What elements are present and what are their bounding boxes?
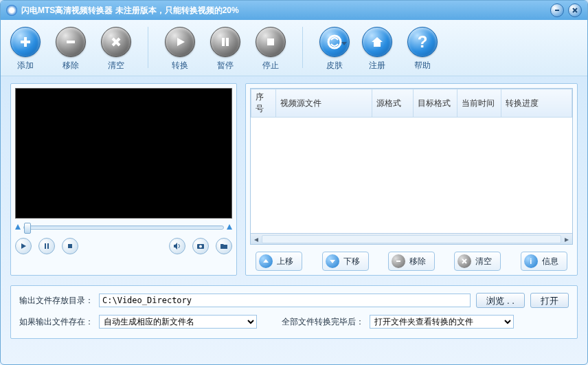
list-clear-button[interactable]: 清空 [454, 252, 501, 271]
home-icon [370, 34, 385, 49]
range-end-marker[interactable] [227, 224, 232, 231]
pause-icon [218, 34, 233, 49]
skin-button[interactable]: 皮肤 [319, 27, 350, 71]
list-remove-button[interactable]: 移除 [388, 252, 435, 271]
add-button[interactable]: 添加 [10, 27, 41, 71]
svg-rect-16 [47, 243, 49, 249]
app-logo-icon [6, 5, 17, 16]
col-source[interactable]: 视频源文件 [276, 89, 372, 118]
remove-button[interactable]: 移除 [56, 27, 86, 71]
folder-icon [220, 243, 228, 250]
arrow-down-icon [326, 254, 339, 268]
table-body[interactable] [251, 118, 572, 233]
toolbar-separator [302, 27, 303, 68]
speaker-icon [173, 242, 181, 250]
x-icon [457, 254, 471, 268]
arrow-up-icon [259, 254, 273, 268]
snapshot-button[interactable] [192, 238, 209, 254]
after-all-label: 全部文件转换完毕后： [282, 316, 364, 328]
preview-pause-button[interactable] [38, 238, 55, 254]
svg-marker-21 [263, 259, 269, 263]
window-title: 闪电MTS高清视频转换器 未注册版本，只能转换视频的20% [21, 5, 550, 16]
col-index[interactable]: 序号 [251, 89, 276, 118]
seek-thumb[interactable] [24, 223, 31, 234]
output-dir-label: 输出文件存放目录： [19, 295, 93, 307]
svg-marker-8 [177, 38, 185, 46]
output-dir-input[interactable] [99, 294, 471, 307]
svg-point-20 [199, 245, 202, 248]
stop-icon [67, 243, 74, 250]
svg-rect-15 [45, 243, 46, 249]
pause-icon [43, 243, 50, 250]
file-list-panel: 序号 视频源文件 源格式 目标格式 当前时间 转换进度 ◂ ▸ 上移 [245, 83, 578, 276]
preview-panel [10, 83, 237, 276]
svg-rect-17 [68, 244, 72, 248]
info-icon: i [524, 254, 538, 268]
volume-button[interactable] [169, 238, 185, 254]
close-button[interactable] [568, 3, 582, 17]
folder-button[interactable] [216, 238, 232, 254]
preview-play-button[interactable] [15, 238, 32, 254]
convert-button[interactable]: 转换 [165, 27, 195, 71]
output-settings-panel: 输出文件存放目录： 浏览 . . 打开 如果输出文件存在： 自动生成相应的新文件… [10, 285, 578, 339]
scroll-left-icon[interactable]: ◂ [251, 234, 262, 244]
register-button[interactable]: 注册 [362, 27, 392, 71]
file-table[interactable]: 序号 视频源文件 源格式 目标格式 当前时间 转换进度 ◂ ▸ [250, 88, 573, 245]
svg-rect-9 [222, 38, 225, 46]
seek-slider[interactable] [23, 225, 224, 230]
svg-marker-18 [174, 243, 177, 250]
svg-marker-14 [21, 243, 26, 249]
play-icon [20, 243, 27, 250]
col-progress[interactable]: 转换进度 [501, 89, 572, 118]
minus-icon [63, 34, 78, 49]
range-start-marker[interactable] [15, 224, 21, 231]
minus-icon [392, 254, 405, 268]
horizontal-scrollbar[interactable]: ◂ ▸ [251, 233, 572, 244]
help-button[interactable]: ? 帮助 [407, 27, 438, 71]
titlebar: 闪电MTS高清视频转换器 未注册版本，只能转换视频的20% [1, 1, 587, 20]
info-button[interactable]: i 信息 [521, 252, 567, 271]
svg-rect-10 [226, 38, 229, 46]
if-exists-select[interactable]: 自动生成相应的新文件名 [99, 315, 257, 329]
browse-button[interactable]: 浏览 . . [476, 293, 525, 308]
plus-icon [18, 34, 33, 49]
scroll-right-icon[interactable]: ▸ [561, 234, 572, 244]
camera-icon [196, 243, 205, 250]
col-time[interactable]: 当前时间 [457, 89, 501, 118]
move-up-button[interactable]: 上移 [256, 252, 302, 271]
col-dstfmt[interactable]: 目标格式 [414, 89, 457, 118]
move-down-button[interactable]: 下移 [322, 252, 369, 271]
video-preview[interactable] [15, 88, 232, 219]
svg-rect-11 [267, 38, 274, 45]
skin-dropdown-icon[interactable] [341, 42, 347, 45]
main-toolbar: 添加 移除 清空 转换 暂停 停止 皮肤 [1, 20, 587, 76]
clear-button[interactable]: 清空 [101, 27, 131, 71]
toolbar-separator [148, 27, 148, 68]
stop-icon [263, 34, 278, 49]
col-srcfmt[interactable]: 源格式 [372, 89, 414, 118]
question-icon: ? [418, 32, 428, 52]
open-button[interactable]: 打开 [530, 293, 569, 308]
stop-button[interactable]: 停止 [256, 27, 286, 71]
if-exists-label: 如果输出文件存在： [19, 316, 93, 328]
play-icon [172, 34, 188, 49]
svg-marker-13 [372, 37, 383, 47]
preview-stop-button[interactable] [62, 238, 78, 254]
pause-button[interactable]: 暂停 [210, 27, 240, 71]
minimize-button[interactable] [550, 3, 564, 17]
x-icon [109, 34, 124, 49]
svg-marker-22 [330, 260, 335, 263]
after-all-select[interactable]: 打开文件夹查看转换的文件 [370, 315, 514, 329]
